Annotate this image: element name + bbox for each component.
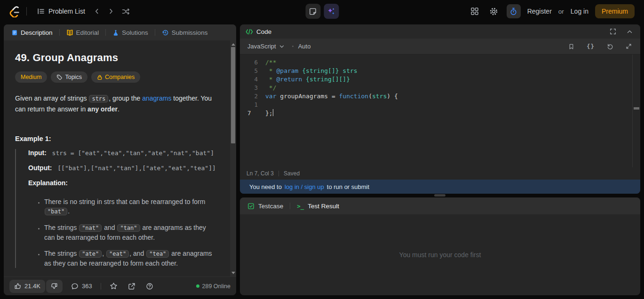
comments-count: 363 — [82, 283, 92, 290]
example1-block: Input: strs = ["eat","tea","tan","ate","… — [15, 149, 217, 268]
notes-button[interactable] — [305, 4, 320, 19]
tab-description[interactable]: Description — [9, 27, 55, 38]
code-line[interactable]: 4 * @return {string[][]} — [240, 75, 640, 84]
leetcode-app: Problem List — [0, 0, 644, 299]
scrollbar-thumb[interactable] — [231, 47, 235, 143]
like-button[interactable]: 21.4K — [9, 280, 45, 293]
explanation-bullet: The strings "ate", "eat", and "tea" are … — [44, 249, 217, 268]
example1-heading: Example 1: — [15, 135, 217, 142]
code-line[interactable]: 7}; — [240, 109, 640, 118]
favorite-button[interactable] — [108, 280, 119, 292]
chevron-right-icon — [108, 8, 114, 15]
reset-undo-icon — [607, 43, 613, 50]
dislike-button[interactable] — [46, 280, 63, 293]
testcase-panel: Testcase >_ Test Result You must run you… — [240, 197, 640, 295]
code-line[interactable]: 3 */ — [240, 84, 640, 92]
code-panel-header: Code — [240, 24, 640, 39]
comment-icon — [71, 283, 79, 290]
format-code-button[interactable]: {} — [585, 41, 596, 52]
tab-test-result[interactable]: >_ Test Result — [296, 201, 340, 212]
code-collapse-button[interactable] — [625, 27, 635, 37]
tab-submissions[interactable]: Submissions — [160, 27, 210, 38]
line-number: 7 — [247, 109, 258, 118]
star-icon — [110, 282, 118, 290]
tab-description-label: Description — [21, 29, 53, 36]
code-editor[interactable]: 6/**5 * @param {string[]} strs4 * @retur… — [240, 55, 640, 167]
code-chip: "eat" — [106, 250, 129, 258]
solutions-flask-icon — [112, 29, 119, 36]
nav-right: Register or Log in Premium — [469, 4, 635, 18]
editor-toolbar: JavaScript Auto {} — [240, 39, 640, 55]
tab-editorial[interactable]: Editorial — [64, 27, 101, 38]
scrollbar-up-arrow[interactable] — [230, 41, 236, 47]
premium-button[interactable]: Premium — [595, 4, 635, 18]
panel-resize-handle[interactable] — [434, 194, 445, 197]
companies-label: Companies — [105, 74, 135, 80]
description-scrollbar[interactable] — [230, 40, 236, 276]
text-segment: , group the — [109, 94, 142, 102]
banner-prefix: You need to — [249, 183, 282, 190]
code-fullscreen-button[interactable] — [608, 26, 618, 37]
difficulty-badge[interactable]: Medium — [15, 71, 47, 83]
note-icon — [309, 8, 317, 16]
sparkles-icon — [327, 7, 336, 16]
problem-list-label: Problem List — [48, 8, 85, 15]
problem-title: 49. Group Anagrams — [15, 52, 217, 64]
shuffle-icon — [122, 8, 130, 15]
vote-group: 21.4K — [9, 280, 63, 293]
code-line[interactable]: 1 — [240, 101, 640, 109]
problem-list-button[interactable]: Problem List — [33, 5, 89, 18]
scrollbar-down-arrow[interactable] — [230, 270, 236, 275]
line-number: 4 — [247, 75, 258, 84]
inline-link[interactable]: anagrams — [142, 94, 171, 102]
editor-expand-button[interactable] — [624, 41, 634, 51]
help-button[interactable] — [144, 281, 155, 292]
submissions-history-icon — [162, 29, 169, 36]
code-chip: "tea" — [146, 250, 169, 258]
code-header-actions — [608, 26, 635, 37]
tab-testcase[interactable]: Testcase — [246, 201, 284, 212]
code-line-text: * @param {string[]} strs — [265, 67, 358, 75]
terminal-icon: >_ — [297, 203, 304, 210]
saved-status: Saved — [284, 170, 300, 177]
bookmark-button[interactable] — [566, 41, 576, 52]
problem-list-icon — [37, 8, 45, 15]
comments-button[interactable]: 363 — [69, 281, 94, 292]
tab-solutions[interactable]: Solutions — [111, 27, 150, 38]
tab-solutions-label: Solutions — [122, 29, 148, 36]
reset-code-button[interactable] — [605, 41, 615, 52]
timer-button[interactable] — [507, 4, 521, 18]
shuffle-button[interactable] — [119, 5, 133, 18]
code-line-text: */ — [265, 84, 276, 92]
description-panel: Description Editorial Solutions — [4, 24, 236, 295]
register-link[interactable]: Register — [527, 8, 552, 15]
text-segment: Given an array of strings — [15, 94, 88, 102]
prev-problem-button[interactable] — [91, 5, 103, 17]
test-result-body: You must run your code first — [240, 214, 640, 295]
code-line[interactable]: 5 * @param {string[]} strs — [240, 67, 640, 75]
share-export-icon — [128, 283, 135, 290]
topics-badge[interactable]: Topics — [51, 71, 87, 83]
line-number: 5 — [247, 67, 258, 75]
like-count: 21.4K — [24, 283, 40, 290]
leetcode-logo[interactable] — [9, 6, 20, 17]
login-link[interactable]: Log in — [571, 8, 588, 15]
chevron-up-icon — [627, 29, 633, 35]
testcase-tabbar: Testcase >_ Test Result — [240, 197, 640, 214]
explanation-bullets: There is no string in strs that can be r… — [35, 197, 217, 268]
layout-switch-button[interactable] — [469, 5, 481, 17]
language-select[interactable]: JavaScript — [246, 41, 286, 52]
ai-assistant-button[interactable] — [324, 4, 339, 19]
login-signup-link[interactable]: log in / sign up — [285, 183, 324, 190]
share-button[interactable] — [126, 281, 137, 292]
text-segment: The strings — [44, 224, 79, 231]
code-line[interactable]: 2var groupAnagrams = function(strs) { — [240, 92, 640, 101]
settings-button[interactable] — [487, 5, 500, 18]
nav-left: Problem List — [9, 5, 133, 18]
editor-scrollbar-thumb[interactable] — [634, 107, 639, 110]
code-line[interactable]: 6/** — [240, 58, 640, 67]
next-problem-button[interactable] — [105, 5, 117, 17]
companies-badge[interactable]: Companies — [91, 71, 140, 83]
code-chip: "ate" — [79, 250, 102, 258]
thumbs-down-icon — [51, 283, 58, 290]
